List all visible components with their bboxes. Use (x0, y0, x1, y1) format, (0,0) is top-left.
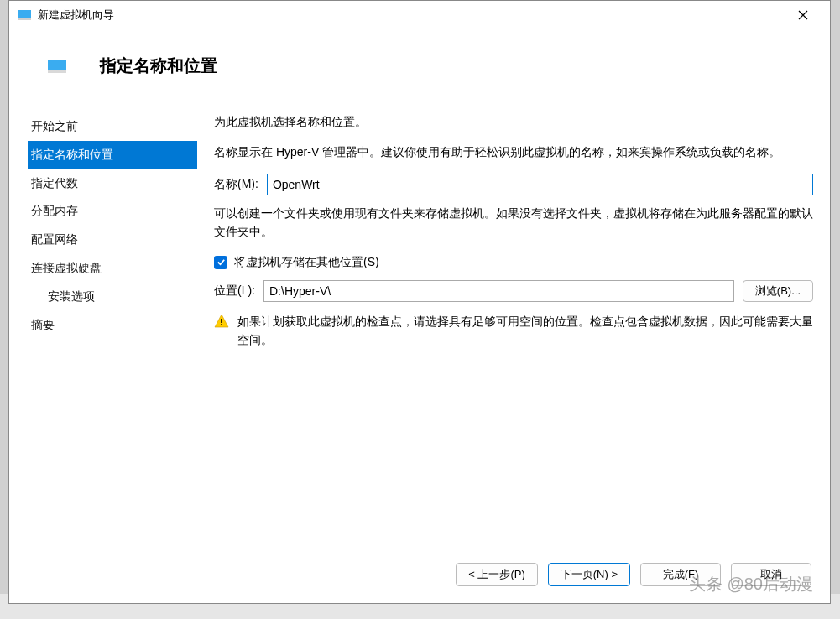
wizard-window: 新建虚拟机向导 指定名称和位置 开始之前 指定名称和位置 指定代数 分配内存 配… (8, 0, 831, 604)
name-input[interactable] (267, 174, 813, 195)
sidebar-item-install-options[interactable]: 安装选项 (28, 283, 197, 311)
desc-folder-hint: 可以创建一个文件夹或使用现有文件夹来存储虚拟机。如果没有选择文件夹，虚拟机将存储… (214, 204, 813, 242)
desc-name-hint: 名称显示在 Hyper-V 管理器中。建议你使用有助于轻松识别此虚拟机的名称，如… (214, 143, 813, 161)
close-icon[interactable] (785, 3, 822, 27)
window-title: 新建虚拟机向导 (38, 8, 785, 23)
warning-icon (214, 314, 229, 329)
sidebar-item-network[interactable]: 配置网络 (28, 226, 197, 254)
next-button[interactable]: 下一页(N) > (548, 563, 630, 586)
wizard-steps-sidebar: 开始之前 指定名称和位置 指定代数 分配内存 配置网络 连接虚拟硬盘 安装选项 … (9, 97, 197, 551)
monitor-icon (48, 60, 66, 73)
sidebar-item-memory[interactable]: 分配内存 (28, 197, 197, 226)
page-title: 指定名称和位置 (100, 55, 217, 77)
sidebar-item-vhd[interactable]: 连接虚拟硬盘 (28, 254, 197, 283)
store-other-location-checkbox[interactable] (214, 256, 227, 269)
warning-row: 如果计划获取此虚拟机的检查点，请选择具有足够可用空间的位置。检查点包含虚拟机数据… (214, 312, 813, 350)
name-row: 名称(M): (214, 174, 813, 195)
name-label: 名称(M): (214, 177, 258, 192)
wizard-body: 开始之前 指定名称和位置 指定代数 分配内存 配置网络 连接虚拟硬盘 安装选项 … (9, 97, 830, 551)
location-input[interactable] (263, 280, 734, 302)
store-other-location-label: 将虚拟机存储在其他位置(S) (234, 255, 379, 270)
wizard-main-panel: 为此虚拟机选择名称和位置。 名称显示在 Hyper-V 管理器中。建议你使用有助… (197, 97, 830, 551)
wizard-footer: < 上一步(P) 下一页(N) > 完成(F) 取消 (9, 551, 830, 603)
titlebar: 新建虚拟机向导 (9, 1, 830, 29)
finish-button[interactable]: 完成(F) (640, 563, 721, 586)
location-label: 位置(L): (214, 283, 255, 299)
warning-text: 如果计划获取此虚拟机的检查点，请选择具有足够可用空间的位置。检查点包含虚拟机数据… (237, 312, 813, 350)
desc-choose-name: 为此虚拟机选择名称和位置。 (214, 112, 813, 131)
cancel-button[interactable]: 取消 (731, 563, 811, 586)
svg-rect-1 (221, 324, 222, 325)
store-other-location-row: 将虚拟机存储在其他位置(S) (214, 255, 813, 270)
app-icon (18, 10, 31, 20)
sidebar-item-before-begin[interactable]: 开始之前 (28, 112, 197, 141)
sidebar-item-summary[interactable]: 摘要 (28, 311, 197, 340)
browse-button[interactable]: 浏览(B)... (743, 280, 813, 302)
previous-button[interactable]: < 上一步(P) (456, 563, 538, 586)
sidebar-item-name-location[interactable]: 指定名称和位置 (28, 141, 197, 169)
location-row: 位置(L): 浏览(B)... (214, 280, 813, 302)
wizard-header: 指定名称和位置 (9, 29, 830, 97)
sidebar-item-generation[interactable]: 指定代数 (28, 169, 197, 198)
svg-rect-0 (221, 319, 222, 323)
